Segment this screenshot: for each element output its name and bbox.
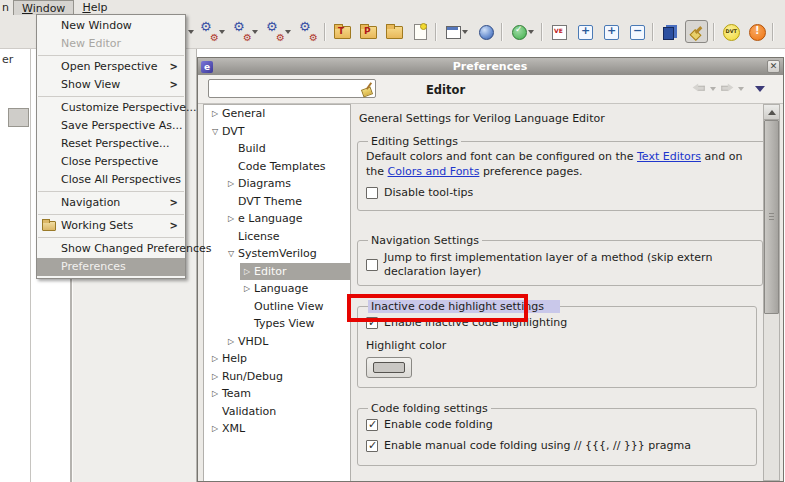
- menu-item-reset-perspective[interactable]: Reset Perspective...: [37, 135, 185, 153]
- build-config-button[interactable]: [199, 21, 227, 42]
- editor-window-icon: [444, 23, 461, 40]
- menu-item-preferences[interactable]: Preferences: [37, 258, 185, 276]
- expander-icon[interactable]: ▽: [208, 123, 222, 141]
- color-swatch: [373, 362, 405, 373]
- menu-item-new-window[interactable]: New Window: [37, 17, 185, 35]
- tree-item-build[interactable]: Build: [204, 140, 350, 158]
- expander-icon[interactable]: ▷: [208, 105, 222, 123]
- expander-icon[interactable]: ▷: [240, 280, 254, 298]
- tree-item-validation[interactable]: Validation: [204, 403, 350, 421]
- tree-item-license[interactable]: License: [204, 228, 350, 246]
- chevron-down-icon[interactable]: [738, 87, 744, 91]
- tree-item-general[interactable]: ▷General: [204, 105, 350, 123]
- menu-item-working-sets[interactable]: Working Sets>: [37, 217, 185, 235]
- tree-item-help[interactable]: ▷Help: [204, 350, 350, 368]
- build-config-button-3[interactable]: [265, 21, 293, 42]
- run-check-button[interactable]: [508, 21, 536, 42]
- nav-forward-icon[interactable]: [721, 84, 734, 94]
- tree-item-editor-selected[interactable]: ▷Editor: [204, 263, 350, 281]
- jump-first-implementation-checkbox[interactable]: [366, 259, 378, 271]
- group-title: Editing Settings: [368, 135, 461, 148]
- menu-item-show-changed-preferences[interactable]: Show Changed Preferences: [37, 240, 185, 258]
- scrollbar-thumb[interactable]: [764, 120, 779, 314]
- tree-item-language[interactable]: ▷Language: [204, 280, 350, 298]
- expand-all-button[interactable]: [574, 21, 595, 42]
- new-file-button[interactable]: [409, 21, 430, 42]
- chevron-down-icon[interactable]: [710, 87, 716, 91]
- build-config-button-4[interactable]: [298, 21, 319, 42]
- build-config-button-2[interactable]: [232, 21, 260, 42]
- tree-item-dvt-theme[interactable]: DVT Theme: [204, 193, 350, 211]
- disable-tooltips-checkbox[interactable]: [366, 187, 378, 199]
- menu-item-close-all-perspectives[interactable]: Close All Perspectives: [37, 171, 185, 189]
- toolbar-separator: [501, 23, 503, 41]
- close-icon[interactable]: ✕: [767, 60, 780, 73]
- menu-item-new-editor[interactable]: New Editor: [37, 35, 185, 53]
- tree-item-e-language[interactable]: ▷e Language: [204, 210, 350, 228]
- chevron-down-icon: [219, 30, 225, 34]
- web-browser-button[interactable]: [475, 21, 496, 42]
- enable-manual-folding-checkbox[interactable]: [366, 440, 378, 452]
- new-editor-window-button[interactable]: [442, 21, 470, 42]
- ve-editor-button[interactable]: [548, 21, 569, 42]
- dialog-titlebar[interactable]: e Preferences ✕: [198, 58, 783, 75]
- tree-item-outline-view[interactable]: Outline View: [204, 298, 350, 316]
- expander-icon[interactable]: ▷: [208, 350, 222, 368]
- expander-icon[interactable]: ▷: [208, 368, 222, 386]
- menu-item-close-perspective[interactable]: Close Perspective: [37, 153, 185, 171]
- tree-item-vhdl[interactable]: ▷VHDL: [204, 333, 350, 351]
- tree-item-run-debug[interactable]: ▷Run/Debug: [204, 368, 350, 386]
- menu-item-open-perspective[interactable]: Open Perspective>: [37, 58, 185, 76]
- highlight-color-button[interactable]: [366, 357, 412, 378]
- clear-filter-broom-icon[interactable]: [360, 81, 373, 96]
- stacked-views-button[interactable]: [659, 21, 680, 42]
- nav-back-icon[interactable]: [693, 84, 706, 94]
- menu-item-navigation[interactable]: Navigation>: [37, 194, 185, 212]
- folder-open-button[interactable]: [383, 21, 404, 42]
- folder-top-button[interactable]: T: [331, 21, 352, 42]
- clipped-toolbar-button[interactable]: [8, 108, 29, 127]
- error-badge-button[interactable]: [746, 21, 767, 42]
- text-editors-link[interactable]: Text Editors: [637, 150, 701, 163]
- editing-settings-group: Editing Settings Default colors and font…: [357, 135, 771, 211]
- view-menu-icon[interactable]: [755, 86, 765, 92]
- scroll-up-icon[interactable]: [764, 105, 779, 120]
- record-button[interactable]: [779, 21, 785, 42]
- tree-item-xml[interactable]: ▷XML: [204, 420, 350, 438]
- filter-input[interactable]: [209, 82, 360, 95]
- toolbar-separator: [652, 23, 654, 41]
- folder-project-button[interactable]: P: [357, 21, 378, 42]
- dialog-title: Preferences: [213, 60, 767, 73]
- menu-window[interactable]: Window: [13, 0, 74, 15]
- expander-icon[interactable]: ▷: [240, 263, 254, 281]
- toolbar-separator: [324, 23, 326, 41]
- expander-icon[interactable]: ▷: [224, 175, 238, 193]
- expander-icon[interactable]: ▽: [224, 245, 238, 263]
- expander-icon[interactable]: ▷: [224, 333, 238, 351]
- tree-item-code-templates[interactable]: Code Templates: [204, 158, 350, 176]
- enable-inactive-highlight-checkbox[interactable]: [366, 317, 378, 329]
- gears-icon: [300, 23, 317, 40]
- expander-icon[interactable]: ▷: [208, 385, 222, 403]
- menu-item-customize-perspective[interactable]: Customize Perspective...: [37, 99, 185, 117]
- collapse-all-button[interactable]: [626, 21, 647, 42]
- menu-item-save-perspective-as[interactable]: Save Perspective As...: [37, 117, 185, 135]
- content-scrollbar[interactable]: [763, 104, 780, 481]
- colors-and-fonts-link[interactable]: Colors and Fonts: [388, 165, 480, 178]
- tree-item-systemverilog[interactable]: ▽SystemVerilog: [204, 245, 350, 263]
- tree-item-team[interactable]: ▷Team: [204, 385, 350, 403]
- color-brush-button[interactable]: [685, 20, 708, 43]
- tree-item-diagrams[interactable]: ▷Diagrams: [204, 175, 350, 193]
- menu-item-show-view[interactable]: Show View>: [37, 76, 185, 94]
- green-check-icon: [510, 23, 527, 40]
- expand-button[interactable]: [600, 21, 621, 42]
- expander-icon[interactable]: ▷: [224, 210, 238, 228]
- menu-help[interactable]: Help: [74, 0, 115, 15]
- dvt-badge-button[interactable]: [720, 21, 741, 42]
- tree-item-types-view[interactable]: Types View: [204, 315, 350, 333]
- header-navigation: [691, 83, 765, 95]
- enable-code-folding-checkbox[interactable]: [366, 419, 378, 431]
- expander-icon[interactable]: ▷: [208, 420, 222, 438]
- tree-item-dvt[interactable]: ▽DVT: [204, 123, 350, 141]
- toolbar-overflow-chevron-icon[interactable]: [188, 30, 194, 34]
